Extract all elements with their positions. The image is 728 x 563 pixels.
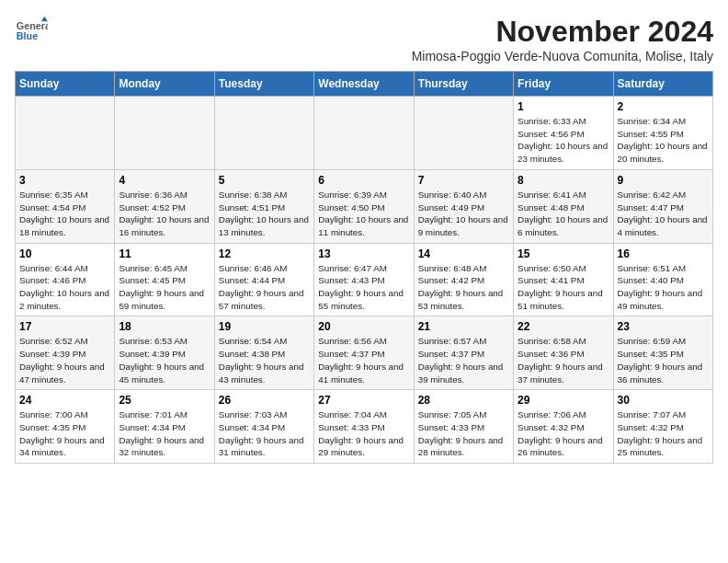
day-info: Sunrise: 6:57 AM Sunset: 4:37 PM Dayligh… xyxy=(418,335,509,385)
day-info: Sunrise: 7:03 AM Sunset: 4:34 PM Dayligh… xyxy=(219,408,310,459)
calendar-cell xyxy=(414,97,513,170)
day-number: 8 xyxy=(518,174,609,187)
day-info: Sunrise: 6:41 AM Sunset: 4:48 PM Dayligh… xyxy=(518,189,609,239)
day-info: Sunrise: 7:07 AM Sunset: 4:32 PM Dayligh… xyxy=(618,408,709,459)
month-title: November 2024 xyxy=(412,15,713,49)
calendar-cell: 11Sunrise: 6:45 AM Sunset: 4:45 PM Dayli… xyxy=(115,243,214,316)
day-number: 16 xyxy=(618,247,709,260)
calendar-week-row: 17Sunrise: 6:52 AM Sunset: 4:39 PM Dayli… xyxy=(16,316,713,390)
calendar-cell: 16Sunrise: 6:51 AM Sunset: 4:40 PM Dayli… xyxy=(613,243,712,316)
day-number: 15 xyxy=(518,247,609,260)
calendar-cell: 4Sunrise: 6:36 AM Sunset: 4:52 PM Daylig… xyxy=(115,169,214,243)
svg-text:Blue: Blue xyxy=(17,30,38,41)
calendar-week-row: 24Sunrise: 7:00 AM Sunset: 4:35 PM Dayli… xyxy=(16,390,713,464)
day-info: Sunrise: 7:05 AM Sunset: 4:33 PM Dayligh… xyxy=(418,408,509,459)
calendar-cell: 12Sunrise: 6:46 AM Sunset: 4:44 PM Dayli… xyxy=(214,243,313,316)
day-info: Sunrise: 6:45 AM Sunset: 4:45 PM Dayligh… xyxy=(119,262,210,313)
day-number: 20 xyxy=(318,320,409,333)
day-info: Sunrise: 6:35 AM Sunset: 4:54 PM Dayligh… xyxy=(19,189,110,239)
day-info: Sunrise: 6:46 AM Sunset: 4:44 PM Dayligh… xyxy=(219,262,310,313)
day-info: Sunrise: 6:36 AM Sunset: 4:52 PM Dayligh… xyxy=(119,189,210,239)
day-number: 23 xyxy=(618,320,709,333)
calendar-cell: 6Sunrise: 6:39 AM Sunset: 4:50 PM Daylig… xyxy=(314,169,414,243)
day-number: 24 xyxy=(19,394,110,407)
day-number: 11 xyxy=(119,247,210,260)
calendar-cell: 10Sunrise: 6:44 AM Sunset: 4:46 PM Dayli… xyxy=(16,243,115,316)
col-header-saturday: Saturday xyxy=(613,72,712,97)
calendar-cell: 9Sunrise: 6:42 AM Sunset: 4:47 PM Daylig… xyxy=(613,169,712,243)
calendar-cell: 13Sunrise: 6:47 AM Sunset: 4:43 PM Dayli… xyxy=(314,243,414,316)
calendar-cell: 29Sunrise: 7:06 AM Sunset: 4:32 PM Dayli… xyxy=(514,390,613,464)
calendar-cell: 22Sunrise: 6:58 AM Sunset: 4:36 PM Dayli… xyxy=(514,316,613,390)
calendar-cell: 27Sunrise: 7:04 AM Sunset: 4:33 PM Dayli… xyxy=(314,390,414,464)
day-info: Sunrise: 6:50 AM Sunset: 4:41 PM Dayligh… xyxy=(518,262,609,313)
day-number: 7 xyxy=(418,174,509,187)
day-number: 18 xyxy=(119,320,210,333)
day-number: 2 xyxy=(618,100,709,113)
title-block: November 2024 Mimosa-Poggio Verde-Nuova … xyxy=(412,15,713,63)
calendar-header-row: SundayMondayTuesdayWednesdayThursdayFrid… xyxy=(16,72,713,97)
day-info: Sunrise: 6:34 AM Sunset: 4:55 PM Dayligh… xyxy=(618,115,709,166)
logo-icon: General Blue xyxy=(15,15,48,48)
day-info: Sunrise: 6:47 AM Sunset: 4:43 PM Dayligh… xyxy=(318,262,409,313)
day-number: 1 xyxy=(518,100,609,113)
calendar-cell: 28Sunrise: 7:05 AM Sunset: 4:33 PM Dayli… xyxy=(414,390,513,464)
day-info: Sunrise: 6:40 AM Sunset: 4:49 PM Dayligh… xyxy=(418,189,509,239)
calendar-cell: 24Sunrise: 7:00 AM Sunset: 4:35 PM Dayli… xyxy=(16,390,115,464)
col-header-thursday: Thursday xyxy=(414,72,513,97)
calendar-cell: 7Sunrise: 6:40 AM Sunset: 4:49 PM Daylig… xyxy=(414,169,513,243)
calendar-cell: 5Sunrise: 6:38 AM Sunset: 4:51 PM Daylig… xyxy=(214,169,313,243)
calendar-cell: 30Sunrise: 7:07 AM Sunset: 4:32 PM Dayli… xyxy=(613,390,712,464)
calendar-cell: 18Sunrise: 6:53 AM Sunset: 4:39 PM Dayli… xyxy=(115,316,214,390)
day-info: Sunrise: 6:59 AM Sunset: 4:35 PM Dayligh… xyxy=(618,335,709,385)
calendar-cell: 14Sunrise: 6:48 AM Sunset: 4:42 PM Dayli… xyxy=(414,243,513,316)
day-number: 12 xyxy=(219,247,310,260)
day-number: 4 xyxy=(119,174,210,187)
col-header-sunday: Sunday xyxy=(16,72,115,97)
day-number: 27 xyxy=(318,394,409,407)
day-number: 29 xyxy=(518,394,609,407)
calendar-cell: 1Sunrise: 6:33 AM Sunset: 4:56 PM Daylig… xyxy=(514,97,613,170)
day-info: Sunrise: 6:51 AM Sunset: 4:40 PM Dayligh… xyxy=(618,262,709,313)
col-header-wednesday: Wednesday xyxy=(314,72,414,97)
col-header-friday: Friday xyxy=(514,72,613,97)
calendar-cell: 25Sunrise: 7:01 AM Sunset: 4:34 PM Dayli… xyxy=(115,390,214,464)
calendar-cell: 8Sunrise: 6:41 AM Sunset: 4:48 PM Daylig… xyxy=(514,169,613,243)
calendar-cell: 19Sunrise: 6:54 AM Sunset: 4:38 PM Dayli… xyxy=(214,316,313,390)
day-number: 25 xyxy=(119,394,210,407)
day-number: 28 xyxy=(418,394,509,407)
day-number: 6 xyxy=(318,174,409,187)
calendar-cell: 17Sunrise: 6:52 AM Sunset: 4:39 PM Dayli… xyxy=(16,316,115,390)
day-number: 13 xyxy=(318,247,409,260)
day-info: Sunrise: 6:38 AM Sunset: 4:51 PM Dayligh… xyxy=(219,189,310,239)
calendar-cell xyxy=(115,97,214,170)
logo: General Blue xyxy=(15,15,48,48)
calendar-cell: 3Sunrise: 6:35 AM Sunset: 4:54 PM Daylig… xyxy=(16,169,115,243)
day-info: Sunrise: 7:06 AM Sunset: 4:32 PM Dayligh… xyxy=(518,408,609,459)
day-info: Sunrise: 7:01 AM Sunset: 4:34 PM Dayligh… xyxy=(119,408,210,459)
day-info: Sunrise: 6:44 AM Sunset: 4:46 PM Dayligh… xyxy=(19,262,110,313)
calendar-cell: 2Sunrise: 6:34 AM Sunset: 4:55 PM Daylig… xyxy=(613,97,712,170)
calendar-cell: 15Sunrise: 6:50 AM Sunset: 4:41 PM Dayli… xyxy=(514,243,613,316)
day-info: Sunrise: 7:04 AM Sunset: 4:33 PM Dayligh… xyxy=(318,408,409,459)
page-header: General Blue November 2024 Mimosa-Poggio… xyxy=(15,15,713,63)
calendar-cell xyxy=(214,97,313,170)
day-number: 22 xyxy=(518,320,609,333)
col-header-monday: Monday xyxy=(115,72,214,97)
day-number: 26 xyxy=(219,394,310,407)
col-header-tuesday: Tuesday xyxy=(214,72,313,97)
calendar-week-row: 10Sunrise: 6:44 AM Sunset: 4:46 PM Dayli… xyxy=(16,243,713,316)
calendar-table: SundayMondayTuesdayWednesdayThursdayFrid… xyxy=(15,71,713,464)
calendar-cell xyxy=(16,97,115,170)
day-info: Sunrise: 6:33 AM Sunset: 4:56 PM Dayligh… xyxy=(518,115,609,166)
calendar-week-row: 3Sunrise: 6:35 AM Sunset: 4:54 PM Daylig… xyxy=(16,169,713,243)
day-info: Sunrise: 6:58 AM Sunset: 4:36 PM Dayligh… xyxy=(518,335,609,385)
day-info: Sunrise: 6:39 AM Sunset: 4:50 PM Dayligh… xyxy=(318,189,409,239)
day-number: 14 xyxy=(418,247,509,260)
day-info: Sunrise: 6:48 AM Sunset: 4:42 PM Dayligh… xyxy=(418,262,509,313)
calendar-cell: 21Sunrise: 6:57 AM Sunset: 4:37 PM Dayli… xyxy=(414,316,513,390)
day-info: Sunrise: 6:52 AM Sunset: 4:39 PM Dayligh… xyxy=(19,335,110,385)
calendar-cell: 23Sunrise: 6:59 AM Sunset: 4:35 PM Dayli… xyxy=(613,316,712,390)
day-number: 9 xyxy=(618,174,709,187)
calendar-week-row: 1Sunrise: 6:33 AM Sunset: 4:56 PM Daylig… xyxy=(16,97,713,170)
